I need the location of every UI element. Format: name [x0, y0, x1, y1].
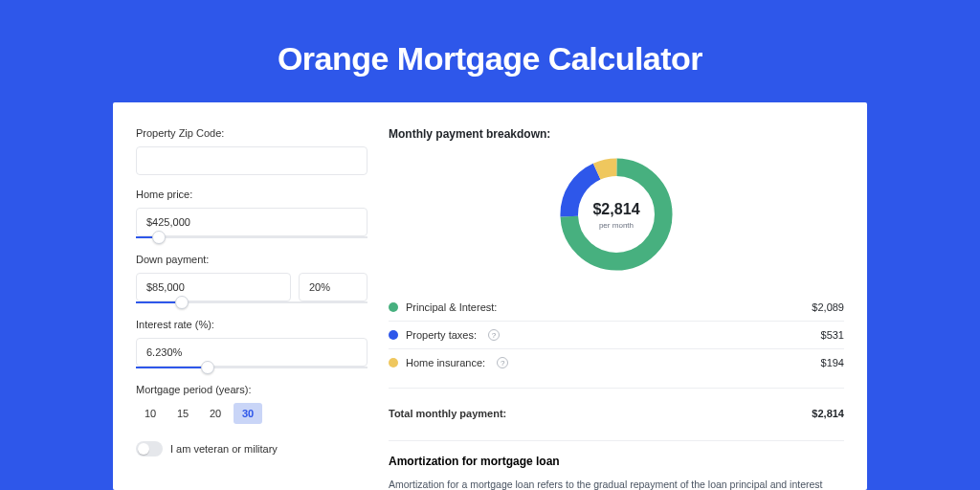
amortization-title: Amortization for mortgage loan — [389, 455, 844, 468]
interest-rate-label: Interest rate (%): — [136, 319, 368, 330]
legend-value: $531 — [821, 329, 844, 341]
down-payment-label: Down payment: — [136, 254, 368, 265]
legend-label: Home insurance: — [406, 357, 485, 368]
zip-input[interactable] — [136, 146, 368, 175]
mortgage-period-group: 10152030 — [136, 403, 368, 424]
legend-dot — [389, 330, 398, 340]
field-interest-rate: Interest rate (%): — [136, 319, 368, 370]
field-down-payment: Down payment: — [136, 254, 368, 305]
donut-center-sub: per month — [599, 221, 634, 230]
field-home-price: Home price: — [136, 189, 368, 240]
period-option-10[interactable]: 10 — [136, 403, 165, 424]
total-value: $2,814 — [812, 408, 844, 419]
legend-row: Principal & Interest:$2,089 — [389, 294, 844, 321]
breakdown-panel: Monthly payment breakdown: $2,814 per mo… — [368, 127, 844, 490]
home-price-label: Home price: — [136, 189, 368, 200]
field-mortgage-period: Mortgage period (years): 10152030 — [136, 384, 368, 424]
amortization-text: Amortization for a mortgage loan refers … — [389, 478, 844, 490]
veteran-label: I am veteran or military — [170, 443, 278, 455]
zip-label: Property Zip Code: — [136, 127, 368, 139]
info-icon[interactable]: ? — [488, 329, 500, 341]
donut-chart: $2,814 per month — [389, 152, 844, 277]
field-zip: Property Zip Code: — [136, 127, 368, 175]
breakdown-title: Monthly payment breakdown: — [389, 127, 844, 141]
legend-separator — [389, 388, 844, 389]
home-price-slider-thumb[interactable] — [152, 231, 166, 244]
info-icon[interactable]: ? — [497, 357, 508, 368]
interest-rate-slider[interactable] — [136, 365, 368, 370]
legend-row: Home insurance:?$194 — [389, 349, 844, 376]
home-price-slider[interactable] — [136, 234, 368, 240]
interest-rate-slider-thumb[interactable] — [201, 361, 214, 374]
calculator-card: Property Zip Code: Home price: Down paym… — [113, 102, 867, 490]
page-title: Orange Mortgage Calculator — [278, 40, 702, 78]
legend-dot — [389, 358, 398, 368]
down-payment-input[interactable] — [136, 273, 291, 301]
mortgage-period-label: Mortgage period (years): — [136, 384, 368, 395]
legend-dot — [389, 302, 398, 312]
legend-row: Property taxes:?$531 — [389, 322, 844, 348]
interest-rate-input[interactable] — [136, 338, 368, 367]
down-payment-pct-input[interactable] — [299, 273, 368, 301]
veteran-toggle[interactable] — [136, 441, 163, 457]
legend-value: $2,089 — [812, 301, 844, 313]
home-price-input[interactable] — [136, 208, 368, 236]
legend: Principal & Interest:$2,089Property taxe… — [389, 294, 844, 376]
legend-label: Property taxes: — [406, 329, 477, 341]
donut-center-amount: $2,814 — [592, 200, 639, 217]
legend-value: $194 — [821, 357, 844, 368]
donut-svg: $2,814 per month — [554, 152, 679, 277]
form-panel: Property Zip Code: Home price: Down paym… — [136, 127, 368, 457]
down-payment-slider[interactable] — [136, 300, 368, 305]
period-option-15[interactable]: 15 — [168, 403, 197, 424]
section-separator — [389, 440, 844, 441]
down-payment-slider-thumb[interactable] — [175, 296, 189, 309]
legend-total: Total monthly payment: $2,814 — [389, 400, 844, 427]
veteran-row: I am veteran or military — [136, 441, 368, 457]
period-option-30[interactable]: 30 — [234, 403, 262, 424]
legend-label: Principal & Interest: — [406, 301, 497, 313]
period-option-20[interactable]: 20 — [201, 403, 230, 424]
total-label: Total monthly payment: — [389, 408, 506, 419]
